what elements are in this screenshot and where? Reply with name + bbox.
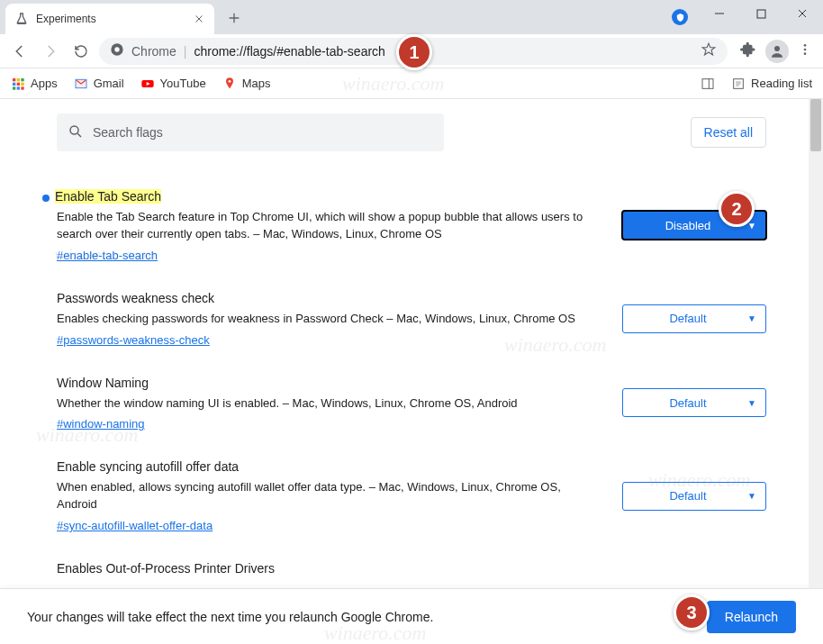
flag-state-value: Default xyxy=(669,312,706,325)
search-icon xyxy=(68,123,84,142)
svg-point-25 xyxy=(70,126,78,134)
bookmark-label: Apps xyxy=(31,77,58,90)
maps-pin-icon xyxy=(222,77,237,91)
svg-point-3 xyxy=(774,46,780,51)
svg-point-2 xyxy=(114,47,119,51)
chevron-down-icon: ▼ xyxy=(747,491,756,501)
chrome-icon xyxy=(110,42,124,59)
flag-row: Enable syncing autofill offer dataWhen e… xyxy=(57,449,766,550)
svg-rect-10 xyxy=(13,82,15,85)
flag-state-value: Disabled xyxy=(665,219,711,232)
relaunch-button[interactable]: Relaunch xyxy=(707,601,796,633)
flag-title: Passwords weakness check xyxy=(57,291,214,305)
svg-rect-0 xyxy=(757,10,765,18)
tab-close-icon[interactable] xyxy=(193,13,205,25)
scrollbar[interactable] xyxy=(809,99,823,588)
bookmarks-bar: Apps Gmail YouTube Maps Reading list xyxy=(0,68,823,99)
flag-description: When enabled, allows syncing autofill wa… xyxy=(57,479,586,513)
account-badge-icon[interactable] xyxy=(672,9,688,25)
svg-rect-9 xyxy=(21,78,23,81)
tab-title: Experiments xyxy=(36,13,96,25)
chevron-down-icon: ▼ xyxy=(747,313,756,323)
flag-row: Window NamingWhether the window naming U… xyxy=(57,365,766,449)
reload-button[interactable] xyxy=(68,39,94,64)
flag-state-select[interactable]: Default▼ xyxy=(622,304,766,333)
youtube-icon xyxy=(140,77,155,91)
bookmark-label: Reading list xyxy=(751,77,812,90)
window-titlebar: Experiments xyxy=(0,0,823,34)
search-placeholder: Search flags xyxy=(93,125,163,140)
annotation-badge-2: 2 xyxy=(719,191,755,227)
svg-point-6 xyxy=(804,52,807,55)
bookmark-gmail[interactable]: Gmail xyxy=(74,77,124,91)
svg-rect-14 xyxy=(17,86,20,89)
flag-row: Enable Tab SearchEnable the Tab Search f… xyxy=(57,178,766,280)
menu-icon[interactable] xyxy=(798,42,812,59)
flag-state-select[interactable]: Default▼ xyxy=(622,388,766,417)
flag-title: Enable syncing autofill offer data xyxy=(57,459,239,474)
bookmark-star-icon[interactable] xyxy=(701,41,717,60)
flag-description: Whether the window naming UI is enabled.… xyxy=(57,395,586,413)
flag-hash-link[interactable]: #window-naming xyxy=(57,417,145,431)
svg-rect-13 xyxy=(13,86,15,89)
svg-point-4 xyxy=(804,44,807,47)
svg-rect-15 xyxy=(21,86,23,89)
omnibox-url: chrome://flags/#enable-tab-search xyxy=(194,44,384,59)
browser-tab[interactable]: Experiments xyxy=(5,4,214,34)
svg-line-26 xyxy=(77,133,81,137)
window-controls xyxy=(699,0,823,27)
bookmark-maps[interactable]: Maps xyxy=(222,77,271,91)
scrollbar-thumb[interactable] xyxy=(810,99,821,151)
annotation-badge-3: 3 xyxy=(674,594,710,630)
svg-rect-19 xyxy=(702,78,713,88)
svg-point-18 xyxy=(228,80,231,83)
flag-hash-link[interactable]: #passwords-weakness-check xyxy=(57,333,210,347)
svg-rect-8 xyxy=(17,78,20,81)
search-flags-input[interactable]: Search flags xyxy=(57,113,444,151)
profile-avatar[interactable] xyxy=(765,40,789,63)
maximize-button[interactable] xyxy=(740,0,782,27)
apps-grid-icon xyxy=(11,77,25,91)
flag-title: Enable Tab Search xyxy=(55,189,161,204)
flag-state-select[interactable]: Default▼ xyxy=(622,482,766,511)
modified-dot-icon xyxy=(42,195,50,202)
close-window-button[interactable] xyxy=(782,0,823,27)
footer-message: Your changes will take effect the next t… xyxy=(27,610,433,624)
omnibox-separator: | xyxy=(184,44,187,59)
bookmark-label: Gmail xyxy=(94,77,124,90)
flag-state-value: Default xyxy=(669,489,706,503)
reset-all-button[interactable]: Reset all xyxy=(691,117,766,148)
side-panel-button[interactable] xyxy=(701,77,715,91)
svg-rect-7 xyxy=(13,78,15,81)
flag-title: Enables Out-of-Process Printer Drivers xyxy=(57,561,275,576)
back-button[interactable] xyxy=(7,39,32,64)
flag-description: Enables checking passwords for weakness … xyxy=(57,311,586,328)
bookmark-label: Maps xyxy=(242,77,271,90)
forward-button[interactable] xyxy=(38,39,63,64)
side-panel-icon xyxy=(701,77,715,91)
flag-title: Window Naming xyxy=(57,376,149,390)
chevron-down-icon: ▼ xyxy=(747,398,756,408)
flask-icon xyxy=(14,12,29,26)
new-tab-button[interactable] xyxy=(222,5,247,31)
extensions-icon[interactable] xyxy=(740,41,756,60)
minimize-button[interactable] xyxy=(699,0,740,27)
bookmark-youtube[interactable]: YouTube xyxy=(140,77,206,91)
flag-hash-link[interactable]: #enable-tab-search xyxy=(57,249,158,262)
omnibox-label: Chrome xyxy=(131,44,176,59)
reading-list-button[interactable]: Reading list xyxy=(731,77,812,91)
annotation-badge-1: 1 xyxy=(396,34,432,70)
flag-row: Passwords weakness checkEnables checking… xyxy=(57,280,766,365)
flag-state-value: Default xyxy=(669,396,706,410)
reading-list-icon xyxy=(731,77,746,91)
gmail-icon xyxy=(74,77,88,91)
flag-hash-link[interactable]: #sync-autofill-wallet-offer-data xyxy=(57,519,213,532)
bookmark-apps[interactable]: Apps xyxy=(11,77,58,91)
svg-rect-12 xyxy=(21,82,23,85)
svg-point-5 xyxy=(804,49,807,51)
bookmark-label: YouTube xyxy=(160,77,206,90)
flag-description: Enable the Tab Search feature in Top Chr… xyxy=(57,209,586,243)
svg-rect-11 xyxy=(17,82,20,85)
flag-row: Enables Out-of-Process Printer Drivers xyxy=(57,550,766,588)
